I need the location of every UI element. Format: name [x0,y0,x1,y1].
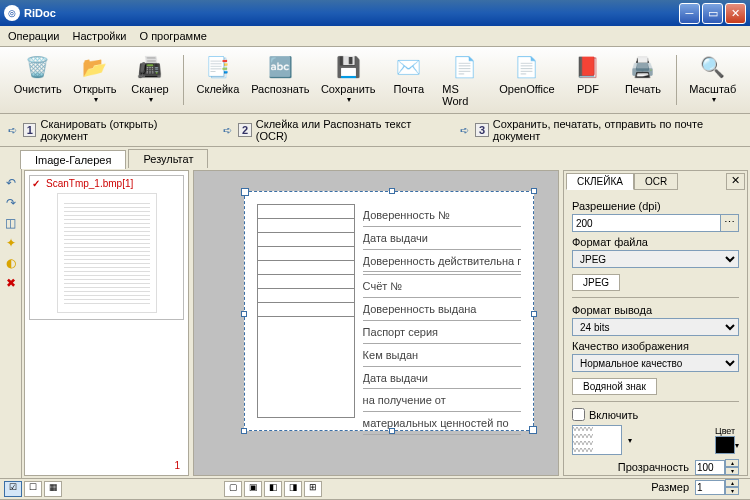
thumbnail[interactable]: ScanTmp_1.bmp[1] 1 [29,175,184,320]
view-mode-1[interactable]: ▢ [224,481,242,497]
format-label: Формат файла [572,236,739,248]
recognize-button[interactable]: 🔤Распознать [245,51,315,109]
grid-view-button[interactable]: ▦ [44,481,62,497]
crop-icon[interactable]: ◫ [2,214,20,232]
view-mode-2[interactable]: ▣ [244,481,262,497]
save-icon: 💾 [334,53,362,81]
resolution-label: Разрешение (dpi) [572,200,739,212]
print-button[interactable]: 🖨️Печать [615,51,670,109]
step-2-text: Склейка или Распознать текст (OCR) [256,118,438,142]
arrow-icon: ➪ [223,124,232,137]
watermark-subtab[interactable]: Водяной знак [572,378,657,395]
save-button[interactable]: 💾Сохранить▾ [315,51,381,109]
pdf-button[interactable]: 📕PDF [560,51,615,109]
spin-up-icon[interactable]: ▴ [725,479,739,487]
document-preview: Доверенность №Дата выдачиДоверенность де… [245,192,533,430]
spin-down-icon[interactable]: ▾ [725,467,739,475]
spin-down-icon[interactable]: ▾ [725,487,739,495]
arrow-icon: ➪ [8,124,17,137]
thumbnail-name: ScanTmp_1.bmp[1] [32,178,181,189]
delete-icon[interactable]: ✖ [2,274,20,292]
opacity-input[interactable] [695,460,725,475]
close-button[interactable]: ✕ [725,3,746,24]
stitch-icon: 📑 [204,53,232,81]
menu-settings[interactable]: Настройки [73,30,127,42]
mail-icon: ✉️ [395,53,423,81]
step-3-badge: 3 [475,123,488,137]
properties-panel: СКЛЕЙКА OCR ✕ Разрешение (dpi) ⋯ Формат … [563,170,748,476]
stitch-button[interactable]: 📑Склейка [190,51,245,109]
step-1-badge: 1 [23,123,36,137]
quality-select[interactable]: Нормальное качество [572,354,739,372]
trash-icon: 🗑️ [24,53,52,81]
tab-stitch-props[interactable]: СКЛЕЙКА [566,173,634,190]
app-title: RiDoc [24,7,677,19]
watermark-enable-checkbox[interactable] [572,408,585,421]
contrast-icon[interactable]: ◐ [2,254,20,272]
step-1-text: Сканировать (открыть) документ [40,118,200,142]
printer-icon: 🖨️ [629,53,657,81]
openoffice-button[interactable]: 📄OpenOffice [494,51,561,109]
clear-button[interactable]: 🗑️Очистить [8,51,67,109]
open-button[interactable]: 📂Открыть▾ [67,51,122,109]
wand-icon[interactable]: ✦ [2,234,20,252]
gallery-panel: ScanTmp_1.bmp[1] 1 [24,170,189,476]
panel-close-button[interactable]: ✕ [726,173,745,190]
thumbnail-number: 1 [174,460,180,471]
rotate-right-icon[interactable]: ↷ [2,194,20,212]
quality-label: Качество изображения [572,340,739,352]
ocr-icon: 🔤 [266,53,294,81]
resolution-input[interactable] [572,214,721,232]
output-label: Формат вывода [572,304,739,316]
steps-bar: ➪1Сканировать (открыть) документ ➪2Склей… [0,114,750,147]
document-selection[interactable]: Доверенность №Дата выдачиДоверенность де… [244,191,534,431]
tab-gallery[interactable]: Image-Галерея [20,150,126,169]
canvas-area[interactable]: Доверенность №Дата выдачиДоверенность де… [193,170,559,476]
tab-result[interactable]: Результат [128,149,208,168]
menu-about[interactable]: О программе [140,30,207,42]
view-mode-5[interactable]: ⊞ [304,481,322,497]
deselect-button[interactable]: ☐ [24,481,42,497]
pdf-icon: 📕 [574,53,602,81]
openoffice-icon: 📄 [513,53,541,81]
jpeg-subtab[interactable]: JPEG [572,274,620,291]
resolution-browse-button[interactable]: ⋯ [721,214,739,232]
format-select[interactable]: JPEG [572,250,739,268]
spin-up-icon[interactable]: ▴ [725,459,739,467]
opacity-label: Прозрачность [618,461,689,473]
app-icon: ◎ [4,5,20,21]
mail-button[interactable]: ✉️Почта [381,51,436,109]
msword-button[interactable]: 📄MS Word [436,51,493,109]
color-swatch[interactable] [715,436,735,454]
color-label: Цвет [715,426,739,436]
tab-ocr-props[interactable]: OCR [634,173,678,190]
view-tabs: Image-Галерея Результат [0,147,750,168]
size-label: Размер [651,481,689,493]
size-input[interactable] [695,480,725,495]
step-2-badge: 2 [238,123,251,137]
watermark-enable-label: Включить [589,409,638,421]
rotate-left-icon[interactable]: ↶ [2,174,20,192]
select-all-button[interactable]: ☑ [4,481,22,497]
menu-operations[interactable]: Операции [8,30,59,42]
word-icon: 📄 [451,53,479,81]
output-select[interactable]: 24 bits [572,318,739,336]
minimize-button[interactable]: ─ [679,3,700,24]
magnifier-icon: 🔍 [699,53,727,81]
title-bar: ◎ RiDoc ─ ▭ ✕ [0,0,750,26]
folder-open-icon: 📂 [81,53,109,81]
watermark-pattern[interactable]: VVVVVVVVVVVVVVVVVVVV [572,425,622,455]
left-toolbar: ↶ ↷ ◫ ✦ ◐ ✖ [0,168,22,478]
scanner-icon: 📠 [136,53,164,81]
menu-bar: Операции Настройки О программе [0,26,750,47]
step-3-text: Сохранить, печатать, отправить по почте … [493,118,742,142]
view-mode-4[interactable]: ◨ [284,481,302,497]
scanner-button[interactable]: 📠Сканер▾ [122,51,177,109]
zoom-button[interactable]: 🔍Масштаб▾ [683,51,742,109]
thumbnail-image [57,193,157,313]
view-mode-3[interactable]: ◧ [264,481,282,497]
main-toolbar: 🗑️Очистить 📂Открыть▾ 📠Сканер▾ 📑Склейка 🔤… [0,47,750,114]
arrow-icon: ➪ [460,124,469,137]
maximize-button[interactable]: ▭ [702,3,723,24]
